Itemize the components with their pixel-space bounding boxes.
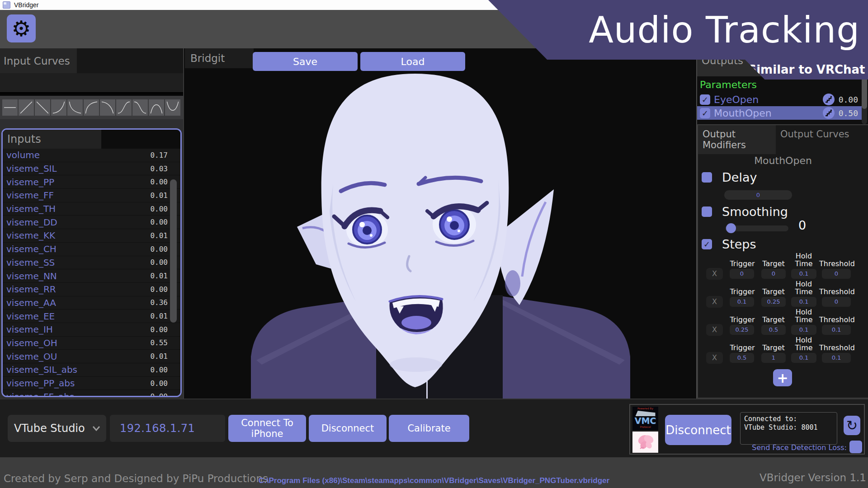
target-input[interactable]: 0.25 — [761, 297, 786, 307]
remove-step-button[interactable]: X — [706, 352, 723, 364]
input-label: viseme_CH — [3, 244, 150, 254]
tab-output-curves[interactable]: Output Curves — [776, 125, 854, 154]
trigger-input[interactable]: 0.5 — [730, 353, 754, 363]
trigger-input[interactable]: 0.1 — [730, 297, 754, 307]
vmc-disconnect-button[interactable]: Disconnect — [665, 415, 731, 445]
hold-time-input[interactable]: 0.1 — [791, 297, 816, 307]
input-row-viseme_PP[interactable]: viseme_PP0.00 — [3, 175, 180, 189]
hold-time-input[interactable]: 0.1 — [791, 269, 816, 279]
ifacialmocap-logo[interactable] — [632, 432, 658, 453]
save-button[interactable]: Save — [253, 52, 358, 71]
threshold-input[interactable]: 0.1 — [822, 325, 851, 335]
input-row-viseme_SS[interactable]: viseme_SS0.00 — [3, 256, 180, 270]
input-row-viseme_RR[interactable]: viseme_RR0.00 — [3, 283, 180, 296]
smoothing-value: 0 — [798, 218, 806, 232]
parameter-row-EyeOpen[interactable]: ✓EyeOpen0.00 — [697, 93, 863, 106]
threshold-input[interactable]: 0 — [822, 269, 851, 279]
trigger-input[interactable]: 0 — [730, 269, 754, 279]
refresh-button[interactable]: ↻ — [844, 416, 860, 435]
tab-output-modifiers[interactable]: Output Modifiers — [698, 125, 776, 154]
steps-checkbox[interactable]: ✓ — [702, 239, 712, 249]
smoothing-slider[interactable] — [725, 225, 788, 231]
curve-button-ease-in-rise[interactable] — [51, 99, 66, 116]
calibrate-button[interactable]: Calibrate — [389, 415, 469, 442]
tracker-select[interactable]: VTube Studio — [8, 415, 106, 442]
vmc-protocol-logo[interactable]: Powered By VMC Protocol — [632, 407, 658, 430]
face-loss-checkbox[interactable] — [849, 441, 862, 453]
inputs-scrollbar[interactable] — [170, 179, 177, 323]
smoothing-slider-knob[interactable] — [726, 223, 736, 233]
curve-button-ease-out-fall[interactable] — [67, 99, 83, 116]
curve-button-linear-fall[interactable] — [35, 99, 50, 116]
inputs-rows: volume0.17viseme_SIL0.03viseme_PP0.00vis… — [3, 149, 180, 397]
parameters-scrollbar[interactable] — [862, 76, 867, 124]
curve-button-smooth-fall[interactable] — [132, 99, 148, 116]
input-row-viseme_FF[interactable]: viseme_FF0.01 — [3, 189, 180, 202]
target-input[interactable]: 0 — [761, 269, 786, 279]
input-row-viseme_SIL_abs[interactable]: viseme_SIL_abs0.00 — [3, 363, 180, 377]
delay-checkbox[interactable]: ✓ — [702, 172, 712, 183]
threshold-input[interactable]: 0 — [822, 297, 851, 307]
steps-icon[interactable] — [822, 93, 835, 106]
tab-input-curves[interactable]: Input Curves — [0, 48, 77, 73]
input-row-viseme_EE[interactable]: viseme_EE0.01 — [3, 310, 180, 323]
input-value: 0.17 — [150, 151, 180, 160]
connect-iphone-button[interactable]: Connect To iPhone — [228, 415, 306, 442]
load-button[interactable]: Load — [360, 52, 465, 71]
remove-step-button[interactable]: X — [706, 324, 723, 336]
parameter-row-MouthOpen[interactable]: ✓MouthOpen0.50 — [697, 106, 863, 120]
curve-button-linear-rise[interactable] — [19, 99, 34, 116]
steps-icon[interactable] — [822, 107, 835, 119]
input-row-viseme_CH[interactable]: viseme_CH0.00 — [3, 243, 180, 256]
input-row-viseme_AA[interactable]: viseme_AA0.36 — [3, 296, 180, 310]
target-input[interactable]: 0.5 — [761, 325, 786, 335]
input-row-viseme_OU[interactable]: viseme_OU0.01 — [3, 350, 180, 363]
input-panel: Input Curves Inputs volume0.17viseme_SIL… — [0, 48, 183, 399]
model-viewport: Bridgit Save Load — [183, 48, 696, 399]
hold-time-input[interactable]: 0.1 — [791, 325, 816, 335]
add-step-button[interactable]: + — [773, 369, 792, 386]
ip-address-input[interactable]: 192.168.1.71 — [110, 415, 225, 442]
curve-button-flat[interactable] — [2, 99, 18, 116]
curve-button-hill[interactable] — [149, 99, 164, 116]
banner-subtitle: Similar to VRChat — [748, 63, 865, 76]
parameter-checkbox[interactable]: ✓ — [700, 108, 710, 118]
input-row-viseme_IH[interactable]: viseme_IH0.00 — [3, 323, 180, 337]
input-curves-header: Input Curves — [0, 48, 183, 73]
delay-value-input[interactable]: 0 — [724, 190, 792, 200]
smoothing-checkbox[interactable]: ✓ — [702, 206, 712, 217]
input-row-viseme_KK[interactable]: viseme_KK0.01 — [3, 229, 180, 243]
gear-icon: ⚙ — [11, 18, 31, 39]
curve-button-ease-in-fall[interactable] — [100, 99, 115, 116]
input-row-viseme_OH[interactable]: viseme_OH0.55 — [3, 337, 180, 350]
curve-button-valley[interactable] — [165, 99, 180, 116]
threshold-input[interactable]: 0.1 — [822, 353, 851, 363]
input-row-viseme_FF_abs[interactable]: viseme_FF_abs0.00 — [3, 390, 180, 397]
input-row-viseme_PP_abs[interactable]: viseme_PP_abs0.00 — [3, 377, 180, 390]
inputs-header: Inputs — [3, 130, 180, 149]
flat-curve-icon — [3, 100, 17, 115]
input-label: viseme_SIL_abs — [3, 364, 150, 375]
input-row-viseme_SIL[interactable]: viseme_SIL0.03 — [3, 162, 180, 176]
selected-parameter-label: MouthOpen — [698, 155, 868, 166]
curve-button-smooth-rise[interactable] — [116, 99, 132, 116]
remove-step-button[interactable]: X — [706, 296, 723, 308]
input-row-viseme_TH[interactable]: viseme_TH0.00 — [3, 202, 180, 216]
target-input[interactable]: 1 — [761, 353, 786, 363]
tab-inputs[interactable]: Inputs — [3, 130, 101, 149]
settings-button[interactable]: ⚙ — [7, 14, 36, 42]
input-value: 0.01 — [150, 352, 180, 361]
remove-step-button[interactable]: X — [706, 268, 723, 280]
curve-button-ease-out-rise[interactable] — [84, 99, 99, 116]
trigger-input[interactable]: 0.25 — [730, 325, 754, 335]
tab-bridgit[interactable]: Bridgit — [185, 48, 254, 68]
input-label: viseme_NN — [3, 271, 150, 282]
hold-time-input[interactable]: 0.1 — [791, 353, 816, 363]
input-row-viseme_DD[interactable]: viseme_DD0.00 — [3, 216, 180, 229]
parameter-checkbox[interactable]: ✓ — [700, 94, 710, 105]
step-row-1: XTriggerTargetHoldTimeThreshold000.10 — [698, 253, 868, 281]
disconnect-button[interactable]: Disconnect — [309, 415, 387, 442]
parameter-value: 0.50 — [839, 108, 863, 118]
input-row-volume[interactable]: volume0.17 — [3, 149, 180, 162]
input-row-viseme_NN[interactable]: viseme_NN0.01 — [3, 269, 180, 283]
